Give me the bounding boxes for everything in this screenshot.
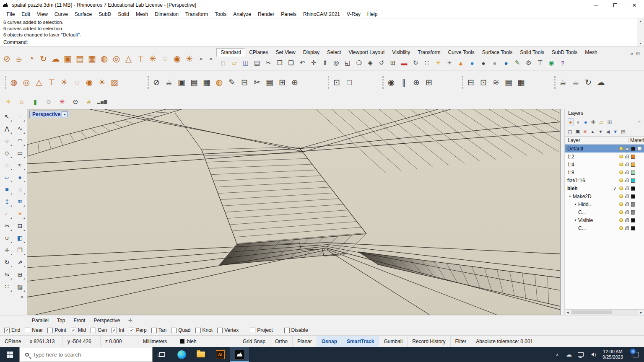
- libraries-panel-tab-icon[interactable]: ▱: [599, 119, 603, 125]
- viewport-tab-perspective[interactable]: Perspective: [93, 318, 120, 323]
- viewport-title-button[interactable]: Perspective ▼: [29, 111, 69, 118]
- layer-lock-icon[interactable]: [625, 156, 629, 158]
- command-area[interactable]: 6 curves added to selection.6 curves add…: [0, 18, 644, 46]
- osnap-checkbox-tan[interactable]: [151, 328, 157, 333]
- osnap-int[interactable]: ✓Int: [112, 327, 124, 333]
- layer-color-swatch[interactable]: [631, 186, 635, 191]
- tray-expand-button[interactable]: ∧: [551, 347, 563, 362]
- illustrator-button[interactable]: Ai: [210, 347, 230, 362]
- expand-all-icon[interactable]: ▲: [590, 129, 595, 134]
- rectangle-icon[interactable]: ▭: [15, 147, 26, 158]
- menu-mesh[interactable]: Mesh: [132, 11, 151, 17]
- osnap-near[interactable]: Near: [25, 327, 43, 333]
- viewport-tab-top[interactable]: Top: [57, 318, 65, 323]
- layer-tools-icon[interactable]: ▤: [621, 129, 625, 134]
- scrollbar-track[interactable]: [571, 310, 638, 315]
- ring-icon[interactable]: ◉: [171, 50, 183, 67]
- grid-cube-icon[interactable]: ⊞: [276, 74, 288, 91]
- back-icon[interactable]: ◀: [606, 129, 610, 134]
- osnap-project[interactable]: Project: [250, 327, 273, 333]
- toolbar-tab-display[interactable]: Display: [299, 49, 323, 57]
- honeycomb-icon[interactable]: #: [84, 96, 94, 107]
- new-viewport-tab-icon[interactable]: ✛: [128, 318, 132, 323]
- layer-row-1-4[interactable]: 1:4: [565, 160, 644, 168]
- no-entry-icon[interactable]: ⊘: [1, 50, 13, 67]
- toolbar-tab-subd-tools[interactable]: SubD Tools: [548, 49, 581, 57]
- layer-color-swatch[interactable]: [631, 163, 635, 167]
- new-layer-icon[interactable]: ▢: [568, 129, 572, 134]
- tab-options-icon[interactable]: ⊞: [636, 51, 640, 57]
- earth-icon[interactable]: ◉: [545, 57, 557, 68]
- toolbar-tab-visibility[interactable]: Visibility: [388, 49, 414, 57]
- osnap-checkbox-cen[interactable]: [91, 328, 96, 333]
- rotate-icon[interactable]: ↻: [2, 257, 13, 268]
- pan-icon[interactable]: ✛: [308, 57, 319, 68]
- cone-icon[interactable]: △: [33, 74, 45, 91]
- undo-icon[interactable]: ↶: [296, 57, 308, 68]
- explode-icon[interactable]: ✶: [15, 208, 26, 219]
- layer-lock-icon[interactable]: [625, 172, 629, 174]
- hatch-icon[interactable]: ▨: [15, 281, 26, 292]
- osnap-cen[interactable]: Cen: [91, 327, 107, 333]
- layer-row-default[interactable]: Default: [565, 145, 644, 153]
- layer-lock-icon[interactable]: [625, 188, 629, 190]
- new-file-icon[interactable]: □: [217, 57, 229, 68]
- face-icon[interactable]: ☺: [44, 96, 54, 107]
- goblet-icon[interactable]: ◍: [98, 50, 110, 67]
- move-icon[interactable]: ✛: [2, 245, 13, 256]
- copy-icon[interactable]: ❐: [15, 245, 26, 256]
- parallel-hatch-icon[interactable]: ∥: [397, 74, 410, 91]
- menu-edit[interactable]: Edit: [18, 11, 34, 17]
- picture-frame-icon[interactable]: ▣: [175, 74, 188, 91]
- ellipse-icon[interactable]: ◌: [2, 160, 13, 171]
- expand-arrow-icon[interactable]: ▾: [573, 218, 578, 222]
- toolbar-overflow-chevron[interactable]: »: [196, 55, 206, 62]
- ring-icon[interactable]: ◉: [83, 74, 96, 91]
- arc-icon[interactable]: ◠: [15, 135, 26, 146]
- layer-visibility-bulb-icon[interactable]: [619, 147, 623, 150]
- delete-layer-icon[interactable]: ✕: [583, 129, 587, 134]
- print-icon[interactable]: ▤: [251, 57, 262, 68]
- teapot-wire-icon[interactable]: ☕: [569, 74, 582, 91]
- save-icon[interactable]: ◫: [240, 57, 251, 68]
- layer-row-c[interactable]: C...: [565, 208, 644, 216]
- layer-color-swatch[interactable]: [631, 202, 635, 207]
- scrollbar-thumb[interactable]: [571, 310, 612, 314]
- split-icon[interactable]: ⊟: [15, 220, 26, 231]
- layer-lock-icon[interactable]: [625, 148, 629, 150]
- polyline-icon[interactable]: ⋀: [2, 123, 13, 134]
- menu-view[interactable]: View: [34, 11, 51, 17]
- layer-row-1-2[interactable]: 1:2: [565, 153, 644, 160]
- no-entry-icon[interactable]: ⊘: [150, 74, 163, 91]
- expand-arrow-icon[interactable]: ▾: [567, 194, 573, 198]
- pole-icon[interactable]: ⊤: [135, 50, 147, 67]
- layer-color-swatch[interactable]: [631, 171, 635, 175]
- drag-icon[interactable]: ⇕: [319, 57, 330, 68]
- trim-icon[interactable]: ✂: [2, 220, 13, 231]
- layer-visibility-bulb-icon[interactable]: [619, 202, 623, 206]
- array-icon[interactable]: ⊞: [15, 269, 26, 280]
- layer-visibility-bulb-icon[interactable]: [619, 210, 623, 214]
- viewport-layout-icon[interactable]: ⊞: [387, 57, 398, 68]
- toolbar-tab-surface-tools[interactable]: Surface Tools: [478, 49, 517, 57]
- status-z-coordinate[interactable]: z 0.000: [101, 336, 138, 347]
- layer-row-visible[interactable]: ▾Visible: [565, 216, 644, 224]
- osnap-checkbox-quad[interactable]: [171, 328, 177, 333]
- ellipse-icon[interactable]: ◌: [159, 50, 171, 67]
- snowflake-icon[interactable]: ✳: [147, 50, 159, 67]
- osnap-end[interactable]: ✓End: [4, 327, 20, 333]
- frame-box-icon[interactable]: ⊞: [423, 74, 435, 91]
- viewport-tab-parallel[interactable]: Parallel: [32, 318, 49, 323]
- column-header-material[interactable]: Materi: [628, 137, 644, 143]
- toolbar-tab-transform[interactable]: Transform: [414, 49, 444, 57]
- sheets-icon[interactable]: ▤: [502, 74, 515, 91]
- taskbar-clock[interactable]: 12:00 AM 9/25/2023: [598, 347, 627, 362]
- layer-visibility-bulb-icon[interactable]: [619, 186, 623, 190]
- torus-icon[interactable]: ◎: [110, 50, 122, 67]
- edge-button[interactable]: [172, 347, 191, 362]
- rhino-logo-icon[interactable]: [2, 1, 10, 9]
- mug-icon[interactable]: ◔: [25, 50, 37, 67]
- layer-row-flat-1-16[interactable]: flat/1:16: [565, 176, 644, 184]
- status-pane-filter[interactable]: Filter: [451, 336, 472, 347]
- layer-color-swatch[interactable]: [631, 155, 635, 159]
